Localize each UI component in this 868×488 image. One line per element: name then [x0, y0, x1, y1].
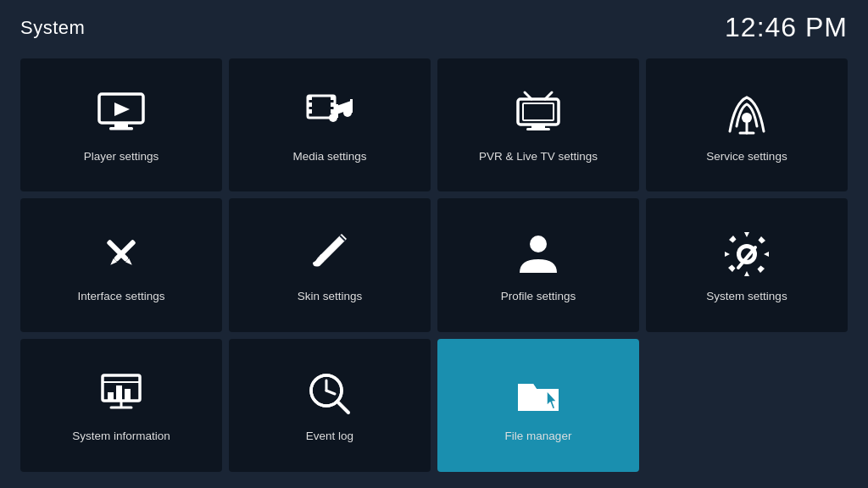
- svg-rect-14: [350, 99, 353, 113]
- system-settings-icon: [720, 227, 774, 281]
- event-log-label: Event log: [306, 430, 353, 443]
- player-icon: [94, 87, 148, 141]
- pvr-icon: [511, 87, 565, 141]
- tile-skin-settings[interactable]: Skin settings: [229, 198, 431, 331]
- svg-rect-16: [523, 103, 554, 120]
- tile-pvr-settings[interactable]: PVR & Live TV settings: [437, 58, 639, 191]
- settings-grid: Player settings Media settings: [0, 52, 868, 485]
- eventlog-icon: [303, 367, 357, 421]
- profile-icon: [511, 227, 565, 281]
- interface-settings-label: Interface settings: [78, 290, 165, 303]
- header: System 12:46 PM: [0, 0, 868, 52]
- tile-event-log[interactable]: Event log: [229, 339, 431, 472]
- svg-line-42: [326, 391, 335, 394]
- file-manager-label: File manager: [505, 430, 572, 443]
- svg-point-29: [530, 236, 547, 252]
- svg-rect-37: [116, 385, 122, 401]
- player-settings-label: Player settings: [84, 150, 159, 164]
- tile-file-manager[interactable]: File manager: [437, 339, 639, 472]
- page-title: System: [20, 17, 85, 39]
- svg-point-21: [742, 113, 752, 123]
- tile-system-information[interactable]: System information: [20, 339, 222, 472]
- svg-rect-13: [336, 104, 338, 118]
- tile-interface-settings[interactable]: Interface settings: [20, 198, 222, 331]
- clock: 12:46 PM: [725, 12, 848, 43]
- svg-rect-36: [108, 392, 114, 401]
- svg-line-43: [337, 402, 348, 413]
- service-icon: [720, 87, 774, 141]
- tile-system-settings[interactable]: System settings: [646, 198, 848, 331]
- svg-rect-6: [308, 103, 312, 107]
- svg-rect-1: [114, 123, 128, 127]
- pvr-settings-label: PVR & Live TV settings: [479, 150, 598, 164]
- svg-rect-8: [331, 96, 335, 100]
- profile-settings-label: Profile settings: [501, 290, 576, 303]
- svg-rect-9: [331, 103, 335, 107]
- interface-icon: [94, 227, 148, 281]
- filemanager-icon: [511, 367, 565, 421]
- skin-settings-label: Skin settings: [298, 290, 363, 303]
- service-settings-label: Service settings: [706, 150, 787, 164]
- svg-marker-3: [114, 103, 130, 116]
- media-settings-label: Media settings: [292, 150, 366, 164]
- media-icon: [303, 87, 357, 141]
- system-information-label: System information: [72, 430, 170, 443]
- svg-rect-10: [331, 109, 335, 114]
- sysinfo-icon: [94, 367, 148, 421]
- svg-rect-7: [308, 109, 312, 114]
- svg-rect-20: [526, 128, 550, 130]
- tile-service-settings[interactable]: Service settings: [646, 58, 848, 191]
- tile-profile-settings[interactable]: Profile settings: [437, 198, 639, 331]
- tile-player-settings[interactable]: Player settings: [20, 58, 222, 191]
- skin-icon: [303, 227, 357, 281]
- svg-rect-2: [109, 127, 133, 130]
- svg-rect-38: [125, 389, 131, 401]
- system-settings-label: System settings: [706, 290, 787, 303]
- svg-rect-5: [308, 96, 312, 100]
- tile-media-settings[interactable]: Media settings: [229, 58, 431, 191]
- svg-rect-19: [531, 125, 545, 128]
